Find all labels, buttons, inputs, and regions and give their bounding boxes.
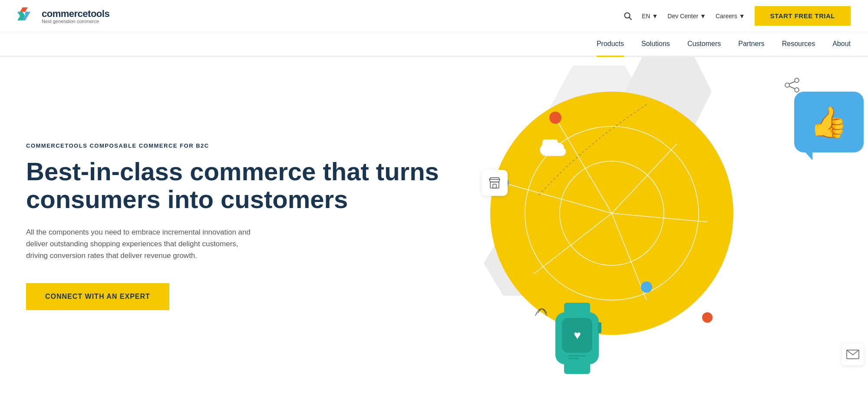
primary-nav: Products Solutions Customers Partners Re… xyxy=(0,32,868,56)
svg-rect-22 xyxy=(490,182,499,188)
header-row1: commercetools Next generation commerce xyxy=(0,0,868,32)
svg-line-28 xyxy=(789,86,795,89)
dev-center-label: Dev Center xyxy=(667,13,698,20)
svg-line-27 xyxy=(789,82,795,84)
careers-label: Careers xyxy=(716,13,737,20)
watch-button xyxy=(598,322,601,333)
logo-tagline: Next generation commerce xyxy=(42,19,109,24)
nav-item-partners[interactable]: Partners xyxy=(738,32,764,56)
hero-description: All the components you need to embrace i… xyxy=(26,226,252,262)
header-right: EN ▼ Dev Center ▼ Careers ▼ START FREE T… xyxy=(624,6,851,26)
thumbs-up-icon: 👍 xyxy=(810,104,848,140)
hero-section: COMMERCETOOLS COMPOSABLE COMMERCE FOR B2… xyxy=(0,57,868,387)
nav-item-solutions[interactable]: Solutions xyxy=(641,32,670,56)
nav-item-products[interactable]: Products xyxy=(597,32,624,56)
watch-body: ♥ xyxy=(555,312,599,364)
smartwatch: ♥ xyxy=(555,303,599,374)
svg-point-24 xyxy=(795,78,799,83)
page-wrapper: commercetools Next generation commerce xyxy=(0,0,868,387)
nav-item-about[interactable]: About xyxy=(832,32,851,56)
logo-text: commercetools Next generation commerce xyxy=(42,8,109,24)
watch-band-top xyxy=(564,303,590,312)
svg-line-4 xyxy=(629,17,631,20)
hero-right: 👍 xyxy=(477,57,868,387)
svg-point-20 xyxy=(549,112,561,124)
cloud-icon xyxy=(538,139,568,161)
email-icon xyxy=(842,344,864,365)
careers-chevron: ▼ xyxy=(739,13,745,20)
site-header: commercetools Next generation commerce xyxy=(0,0,868,57)
svg-marker-1 xyxy=(20,7,28,12)
watch-lines xyxy=(568,355,586,359)
illustration: 👍 xyxy=(477,57,868,387)
careers-link[interactable]: Careers ▼ xyxy=(716,13,745,20)
hero-left: COMMERCETOOLS COMPOSABLE COMMERCE FOR B2… xyxy=(0,57,477,387)
search-icon[interactable] xyxy=(624,12,632,20)
dev-center-chevron: ▼ xyxy=(700,13,706,20)
hero-title: Best-in-class commerce that turns consum… xyxy=(26,158,451,213)
logo-name: commercetools xyxy=(42,8,109,20)
nav-item-customers[interactable]: Customers xyxy=(687,32,721,56)
connect-with-expert-button[interactable]: CONNECT WITH AN EXPERT xyxy=(26,283,169,310)
svg-point-25 xyxy=(785,83,789,87)
heart-icon: ♥ xyxy=(574,328,581,342)
watch-band-bottom xyxy=(564,364,590,374)
logo-icon xyxy=(17,7,37,25)
language-chevron: ▼ xyxy=(652,13,658,20)
secondary-nav: EN ▼ Dev Center ▼ Careers ▼ xyxy=(624,12,745,20)
dev-center-link[interactable]: Dev Center ▼ xyxy=(667,13,706,20)
logo[interactable]: commercetools Next generation commerce xyxy=(17,7,109,25)
start-free-trial-button[interactable]: START FREE TRIAL xyxy=(755,6,851,26)
svg-rect-23 xyxy=(493,184,496,188)
store-icon xyxy=(482,170,508,196)
language-label: EN xyxy=(642,13,650,20)
svg-point-21 xyxy=(702,312,713,323)
watch-screen: ♥ xyxy=(562,318,592,353)
svg-point-26 xyxy=(795,88,799,92)
svg-point-19 xyxy=(641,281,652,293)
language-selector[interactable]: EN ▼ xyxy=(642,13,658,20)
nav-item-resources[interactable]: Resources xyxy=(782,32,815,56)
thumbs-up-bubble: 👍 xyxy=(794,92,864,152)
hero-eyebrow: COMMERCETOOLS COMPOSABLE COMMERCE FOR B2… xyxy=(26,142,451,149)
